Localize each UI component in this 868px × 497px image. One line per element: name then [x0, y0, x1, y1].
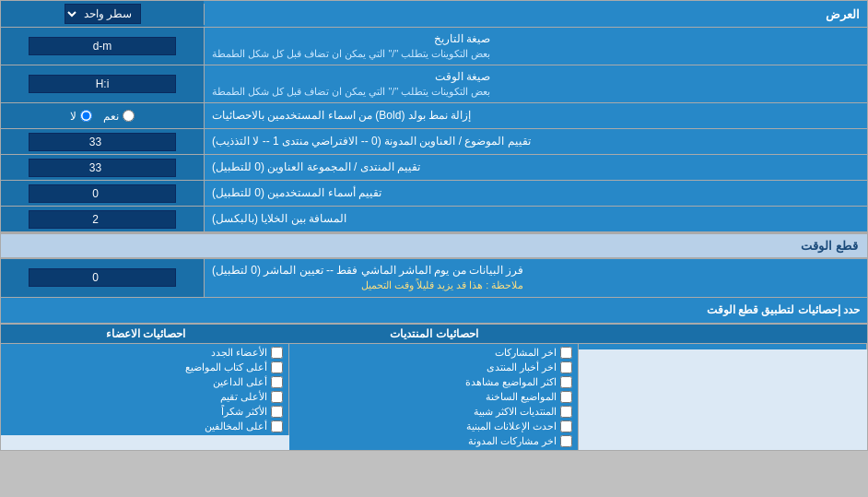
member-stat-item-0[interactable]: الأعضاء الجدد	[6, 347, 283, 359]
cell-spacing-row: المسافة بين الخلايا (بالبكسل)	[1, 207, 867, 232]
member-stat-check-5[interactable]	[271, 420, 283, 432]
topic-order-input-cell	[1, 129, 204, 154]
cutoff-section-header: قطع الوقت	[1, 232, 867, 259]
post-stat-check-5[interactable]	[560, 420, 572, 432]
user-names-input[interactable]	[29, 184, 176, 203]
post-stat-check-1[interactable]	[560, 361, 572, 373]
bold-no-label[interactable]: لا	[70, 110, 92, 123]
stats-apply-label: حدد إحصائيات لتطبيق قطع الوقت	[1, 300, 867, 320]
time-format-input-cell: H:i	[1, 65, 204, 102]
post-stat-check-4[interactable]	[560, 406, 572, 418]
member-stat-check-4[interactable]	[271, 406, 283, 418]
date-format-label: صيغة التاريخ بعض التكوينات يتطلب "/" الت…	[204, 28, 867, 65]
post-stat-item-4[interactable]: المنتديات الاكثر شبية	[295, 406, 571, 418]
topic-order-label: تقييم الموضوع / العناوين المدونة (0 -- ا…	[204, 129, 867, 154]
col-member-stats-items: الأعضاء الجدد أعلى كتاب المواضيع أعلى ال…	[1, 344, 289, 435]
col-empty-header	[579, 325, 867, 344]
user-names-input-cell	[1, 181, 204, 206]
date-format-input[interactable]: d-m	[29, 37, 176, 55]
forum-order-row: تقييم المنتدى / المجموعة العناوين (0 للت…	[1, 155, 867, 181]
bold-no-radio[interactable]	[80, 110, 92, 122]
time-format-label: صيغة الوقت بعض التكوينات يتطلب "/" التي …	[204, 65, 867, 102]
post-stat-item-0[interactable]: اخر المشاركات	[295, 347, 571, 359]
member-stat-check-1[interactable]	[271, 361, 283, 373]
cell-spacing-input[interactable]	[29, 210, 176, 229]
post-stat-check-2[interactable]	[560, 376, 572, 388]
bold-remove-label: إزالة نمط بولد (Bold) من اسماء المستخدمي…	[204, 103, 867, 128]
member-stat-item-3[interactable]: الأعلى تقيم	[6, 391, 283, 403]
date-format-row: صيغة التاريخ بعض التكوينات يتطلب "/" الت…	[1, 28, 867, 65]
col-empty-items	[579, 344, 867, 349]
topic-order-row: تقييم الموضوع / العناوين المدونة (0 -- ا…	[1, 129, 867, 155]
member-stat-item-2[interactable]: أعلى الداعين	[6, 376, 283, 388]
stats-apply-row: حدد إحصائيات لتطبيق قطع الوقت	[1, 298, 867, 324]
user-names-row: تقييم أسماء المستخدمين (0 للتطبيل)	[1, 181, 867, 207]
date-format-input-cell: d-m	[1, 28, 204, 65]
bold-yes-radio[interactable]	[123, 110, 135, 122]
col-member-stats-header: احصائيات الاعضاء	[1, 325, 289, 344]
post-stat-item-5[interactable]: احدث الإعلانات المبنية	[295, 420, 571, 432]
bold-radio-group: نعم لا	[70, 110, 135, 123]
fetch-row: فرز البيانات من يوم الماشر الماشي فقط --…	[1, 259, 867, 297]
cell-spacing-input-cell	[1, 207, 204, 231]
col-post-stats: احصائيات المنتديات اخر المشاركات اخر أخب…	[289, 325, 578, 450]
col-post-stats-header: احصائيات المنتديات	[289, 325, 578, 344]
checkboxes-grid: احصائيات المنتديات اخر المشاركات اخر أخب…	[1, 324, 867, 450]
cell-spacing-label: المسافة بين الخلايا (بالبكسل)	[204, 207, 867, 231]
member-stat-item-1[interactable]: أعلى كتاب المواضيع	[6, 361, 283, 373]
post-stat-item-6[interactable]: اخر مشاركات المدونة	[295, 435, 571, 447]
fetch-label: فرز البيانات من يوم الماشر الماشي فقط --…	[204, 259, 867, 296]
fetch-value-input[interactable]	[29, 268, 176, 287]
top-header-row: العرض سطر واحد	[1, 1, 867, 28]
time-format-row: صيغة الوقت بعض التكوينات يتطلب "/" التي …	[1, 65, 867, 103]
member-stat-item-4[interactable]: الأكثر شكراً	[6, 406, 283, 418]
post-stat-item-2[interactable]: اكثر المواضيع مشاهدة	[295, 376, 571, 388]
bold-remove-row: إزالة نمط بولد (Bold) من اسماء المستخدمي…	[1, 103, 867, 129]
topic-order-input[interactable]	[29, 133, 176, 151]
post-stat-check-0[interactable]	[560, 347, 572, 359]
bold-yes-label[interactable]: نعم	[103, 110, 135, 123]
forum-order-input[interactable]	[29, 159, 176, 177]
bold-remove-input-cell: نعم لا	[1, 103, 204, 128]
header-select-cell: سطر واحد	[1, 1, 204, 27]
time-format-input[interactable]: H:i	[29, 75, 176, 93]
page-title: العرض	[204, 4, 867, 25]
col-member-stats: احصائيات الاعضاء الأعضاء الجدد أعلى كتاب…	[1, 325, 289, 450]
forum-order-input-cell	[1, 155, 204, 180]
post-stat-item-3[interactable]: المواضيع الساخنة	[295, 391, 571, 403]
display-mode-select[interactable]: سطر واحد	[65, 4, 141, 24]
post-stat-item-1[interactable]: اخر أخبار المنتدى	[295, 361, 571, 373]
col-post-stats-items: اخر المشاركات اخر أخبار المنتدى اكثر الم…	[289, 344, 578, 450]
post-stat-check-3[interactable]	[560, 391, 572, 403]
member-stat-check-2[interactable]	[271, 376, 283, 388]
post-stat-check-6[interactable]	[560, 435, 572, 447]
fetch-input-cell	[1, 259, 204, 296]
user-names-label: تقييم أسماء المستخدمين (0 للتطبيل)	[204, 181, 867, 206]
forum-order-label: تقييم المنتدى / المجموعة العناوين (0 للت…	[204, 155, 867, 180]
member-stat-item-5[interactable]: أعلى المخالفين	[6, 420, 283, 432]
member-stat-check-0[interactable]	[271, 347, 283, 359]
member-stat-check-3[interactable]	[271, 391, 283, 403]
main-container: العرض سطر واحد صيغة التاريخ بعض التكوينا…	[0, 0, 868, 451]
col-empty	[579, 325, 867, 450]
